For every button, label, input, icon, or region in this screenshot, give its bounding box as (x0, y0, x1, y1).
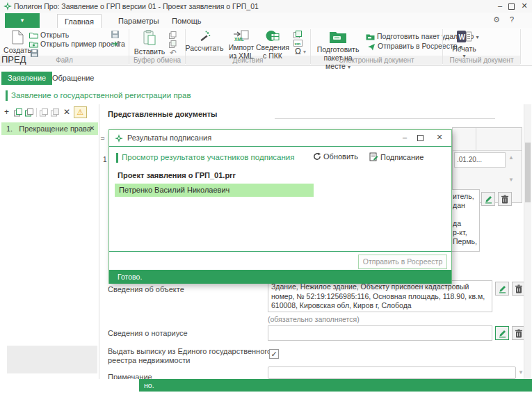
notary-label: Сведения о нотариусе (108, 329, 188, 338)
window-copy-icon[interactable] (293, 31, 302, 38)
tree-item-label: Прекращение права (19, 124, 91, 133)
save-icon[interactable] (31, 49, 38, 57)
help-icon[interactable]: ? (510, 15, 514, 24)
applicant-delete-button[interactable] (498, 192, 512, 206)
dialog-minimize-icon[interactable]: – (400, 133, 410, 141)
pencil-icon (484, 195, 493, 204)
toolbar-separator (36, 108, 37, 117)
chevron-down-icon[interactable]: ▾ (303, 49, 306, 55)
import-project-icon[interactable] (111, 40, 120, 47)
check-icon: ✓ (271, 350, 277, 358)
notary-edit-button[interactable] (495, 326, 509, 340)
dialog-accent-bar (116, 153, 118, 163)
calculate-label: Рассчитать (183, 44, 226, 52)
applicant-line: да (453, 219, 479, 228)
signing-label: Подписание (380, 153, 424, 161)
xml-import-icon: XML (233, 30, 250, 42)
applicant-line (453, 210, 479, 219)
applicant-field-fragment[interactable]: итель, дан да р-кт, Пермь, (451, 189, 480, 252)
trash-icon (515, 284, 523, 293)
warning-toggle-button[interactable]: ⚠ (74, 106, 87, 118)
tree-item-termination[interactable]: 1. Прекращение права ✕ (1, 122, 98, 135)
tab-zayavlenie[interactable]: Заявление (1, 72, 52, 85)
applicant-edit-button[interactable] (481, 192, 495, 206)
add-item-icon[interactable]: + (4, 107, 9, 117)
refresh-button[interactable]: Обновить (313, 152, 358, 161)
applicant-line: дан (453, 201, 479, 210)
scroll-down-icon[interactable]: ▼ (508, 177, 514, 183)
signing-results-dialog: Результаты подписания – ✕ Просмотр резул… (108, 129, 452, 284)
save-as-icon[interactable] (111, 31, 119, 38)
app-window: Полигон Про: Заявление о ГРП версии 01 -… (0, 0, 532, 395)
dialog-maximize-icon[interactable] (417, 134, 424, 143)
scrollbar-thumb[interactable] (525, 143, 531, 202)
new-document-icon (12, 30, 24, 45)
close-icon[interactable]: ✕ (519, 1, 529, 10)
open-example-icon (29, 41, 38, 48)
tab-pomosch[interactable]: Помощь (165, 14, 209, 28)
tab-glavnaya[interactable]: Главная (57, 14, 102, 28)
import-xml-button[interactable]: XML Импорт из XML (226, 30, 257, 60)
dialog-close-icon[interactable]: ✕ (435, 133, 444, 142)
move-up-icon[interactable] (40, 108, 48, 117)
pencil-icon (498, 284, 507, 293)
calculate-button[interactable]: Рассчитать (183, 31, 226, 52)
app-menu-button[interactable]: ▾ (5, 13, 40, 28)
left-panel-placeholder (7, 346, 97, 373)
omega-icon[interactable]: Ω (295, 47, 301, 56)
paste-button[interactable]: Вставить (132, 30, 167, 56)
maximize-icon[interactable] (508, 3, 515, 11)
pkk-button[interactable]: Сведения с ПКК (256, 30, 289, 60)
group-label-file: Файл (56, 56, 73, 64)
signer-row[interactable]: Петренко Василий Николаевич (115, 184, 314, 197)
gear-icon[interactable]: ⚙ (493, 15, 500, 24)
cut-icon[interactable] (169, 40, 177, 48)
grid-row-number: 1 (103, 156, 107, 163)
open-button[interactable]: Открыть (29, 31, 69, 39)
grid-inner-border (476, 128, 476, 150)
note-field[interactable] (268, 366, 516, 379)
object-value-field[interactable]: Здание, Нежилое здание, Объекту присвоен… (268, 280, 492, 312)
tree-item-close-icon[interactable]: ✕ (89, 122, 95, 135)
trash-icon (515, 329, 523, 338)
dialog-status-bar: Готово. (109, 270, 451, 284)
tab-parametry[interactable]: Параметры (111, 14, 166, 28)
chevron-down-icon: ▾ (348, 64, 350, 70)
remote-folder-icon (366, 33, 375, 40)
table-top-border (275, 118, 495, 119)
copy-icon[interactable] (169, 31, 177, 39)
delete-item-icon[interactable]: ✕ (63, 107, 70, 117)
paste-icon (143, 30, 156, 46)
grid-column-fragment: п (99, 137, 106, 140)
copy-all-icon[interactable] (25, 108, 33, 117)
notary-field[interactable] (268, 325, 492, 341)
extract-checkbox[interactable]: ✓ (269, 349, 279, 359)
tab-obraschenie[interactable]: Обращение (46, 72, 100, 85)
prepare-local-button[interactable]: Подготовить пакет на месте ▾ (313, 30, 363, 70)
send-to-rosreestr-button[interactable]: Отправить в Росреестр (358, 255, 447, 269)
group-separator (520, 29, 521, 64)
undo-icon[interactable]: ↶ (170, 48, 177, 58)
send-arrow-icon (367, 43, 376, 51)
project-file-name: Проект заявления о ГРП_01.prr (118, 171, 236, 179)
dialog-title: Результаты подписания (127, 134, 211, 142)
minimize-icon[interactable]: – (495, 1, 505, 10)
svg-text:xm: xm (295, 42, 301, 46)
object-edit-button[interactable] (495, 282, 509, 296)
signing-button[interactable]: Подписание (369, 152, 424, 161)
applicant-line: итель, (453, 192, 479, 201)
dropdown-arrow-icon[interactable]: ▼ (518, 369, 524, 376)
grid-date-cell[interactable]: .01.20... (454, 152, 506, 168)
dialog-separator (109, 251, 451, 252)
move-down-icon[interactable] (51, 108, 59, 117)
print-button[interactable]: W Печать ▾ (449, 30, 480, 59)
tree-item-number: 1. (6, 124, 13, 133)
scroll-up-icon[interactable]: ▲ (508, 154, 514, 161)
ribbon: Файл ПРЕД Создать Открыть Открыть пример… (0, 28, 532, 66)
import-xml-label-2: из XML (226, 51, 257, 60)
create-button[interactable]: Создать (3, 30, 32, 54)
applicant-line: р-кт, (453, 228, 479, 237)
copy-item-icon[interactable] (14, 108, 22, 117)
ribbon-tab-row: ▾ Главная Параметры Помощь ⚙ ? (0, 13, 532, 28)
xml-small-icon[interactable]: xm (293, 40, 303, 47)
